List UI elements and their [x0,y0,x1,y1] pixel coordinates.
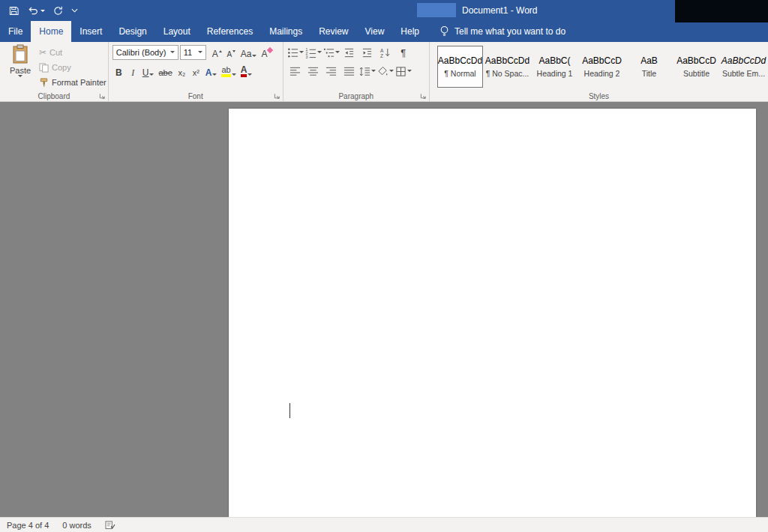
sort-button[interactable]: AZ [377,45,394,60]
style-heading-1[interactable]: AaBbC( Heading 1 [532,46,578,88]
style-title[interactable]: AaB Title [626,46,672,88]
font-size-combo[interactable]: 11 [180,45,206,60]
shrink-font-letter: A [226,51,232,58]
subscript-button[interactable]: x₂ [176,64,188,79]
style-name: Heading 2 [584,69,620,78]
copy-button[interactable]: Copy [39,61,106,74]
dialog-launcher-icon [274,93,280,100]
clear-formatting-button[interactable]: A [260,45,274,60]
tab-review[interactable]: Review [310,21,356,42]
tab-help[interactable]: Help [392,21,428,42]
justify-icon [344,66,355,77]
borders-button[interactable] [395,64,412,79]
align-left-button[interactable] [287,64,304,79]
tab-insert[interactable]: Insert [71,21,110,42]
paste-dropdown-arrow[interactable] [18,75,22,77]
bold-button[interactable]: B [112,64,125,79]
clipboard-dialog-launcher[interactable] [99,93,106,100]
grow-font-button[interactable]: A [211,45,224,60]
font-color-button[interactable]: A [239,64,254,79]
tab-design[interactable]: Design [110,21,154,42]
tab-mailings[interactable]: Mailings [261,21,310,42]
font-name-combo[interactable]: Calibri (Body) [112,45,178,60]
undo-button[interactable] [27,6,45,15]
show-formatting-marks-button[interactable]: ¶ [395,45,412,60]
underline-button[interactable]: U [141,64,156,79]
style-name: ¶ Normal [444,69,476,78]
style-preview: AaBbCcD [582,55,622,66]
justify-button[interactable] [341,64,358,79]
shrink-font-button[interactable]: A [225,45,238,60]
style-name: Title [642,69,656,78]
proofing-status[interactable] [105,521,116,530]
style-name: Subtitle [683,69,710,78]
cut-icon: ✂ [39,47,46,58]
save-button[interactable] [9,6,19,16]
undo-dropdown-arrow [40,10,45,12]
page-indicator[interactable]: Page 4 of 4 [7,521,49,530]
text-effects-button[interactable]: A [204,64,219,79]
font-size-value: 11 [181,48,196,57]
strikethrough-button[interactable]: abe [157,64,173,79]
chevron-down-icon [71,8,78,13]
highlight-letters: ab [221,66,230,77]
numbering-button[interactable]: 123 [305,45,322,60]
format-painter-button[interactable]: Format Painter [39,76,106,89]
status-bar: Page 4 of 4 0 words [0,517,768,532]
multilevel-list-icon [323,47,334,58]
superscript-button[interactable]: x² [190,64,202,79]
style-no-spacing[interactable]: AaBbCcDd ¶ No Spac... [484,46,530,88]
save-icon [9,6,19,16]
strikethrough-letters: abe [158,69,172,77]
tab-home[interactable]: Home [31,21,71,42]
style-heading-2[interactable]: AaBbCcD Heading 2 [579,46,625,88]
paste-button[interactable]: Paste [4,44,36,89]
style-subtle-emphasis[interactable]: AaBbCcDd Subtle Em... [721,46,766,88]
italic-button[interactable]: I [127,64,140,79]
borders-dropdown-arrow [407,70,412,72]
line-spacing-button[interactable] [359,64,376,79]
cut-button[interactable]: ✂ Cut [39,46,106,59]
decrease-indent-button[interactable] [341,45,358,60]
tab-layout[interactable]: Layout [155,21,199,42]
superscript-letters: x² [193,69,200,77]
font-color-letter: A [241,65,248,77]
tab-references[interactable]: References [199,21,261,42]
italic-letter: I [131,68,134,77]
bullets-button[interactable] [287,45,304,60]
word-count[interactable]: 0 words [62,521,92,530]
paste-label: Paste [10,66,31,75]
change-case-button[interactable]: Aa [239,45,259,60]
style-normal[interactable]: AaBbCcDd ¶ Normal [437,46,483,88]
font-name-dropdown-arrow [168,46,178,59]
align-right-button[interactable] [323,64,340,79]
highlight-color-button[interactable]: ab [220,64,237,79]
tell-me-box[interactable]: Tell me what you want to do [440,21,566,42]
document-page[interactable] [229,109,756,517]
tab-view[interactable]: View [357,21,393,42]
style-preview: AaBbCcDd [722,55,766,66]
clear-formatting-eraser-icon [267,47,273,53]
proofing-icon [105,521,116,530]
multilevel-list-button[interactable] [323,45,340,60]
increase-indent-button[interactable] [359,45,376,60]
font-name-value: Calibri (Body) [113,48,168,57]
change-case-letters: Aa [241,49,252,58]
style-preview: AaB [640,55,658,66]
font-dialog-launcher[interactable] [274,93,280,100]
paragraph-dialog-launcher[interactable] [420,93,427,100]
align-right-icon [326,66,337,77]
style-subtitle[interactable]: AaBbCcD Subtitle [674,46,719,88]
shrink-font-arrow-icon [232,50,236,52]
sort-icon: AZ [380,47,391,58]
customize-quick-access-button[interactable] [71,8,78,13]
redo-button[interactable] [53,6,63,16]
copy-label: Copy [52,63,71,72]
style-preview: AaBbCcDd [485,55,530,66]
style-preview: AaBbC( [538,55,570,66]
font-group: Calibri (Body) 11 A A Aa [109,42,284,101]
format-painter-label: Format Painter [52,78,106,87]
align-center-button[interactable] [305,64,322,79]
tab-file[interactable]: File [0,21,31,42]
shading-button[interactable] [377,64,394,79]
